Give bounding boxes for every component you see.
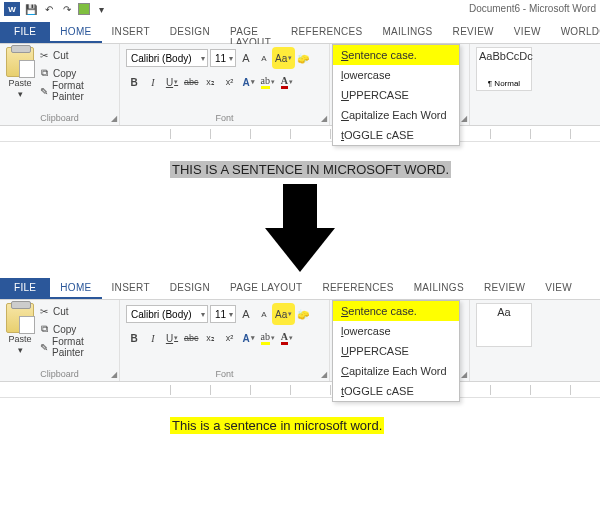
scissors-icon: ✂: [38, 305, 50, 317]
document-area[interactable]: This is a sentence in microsoft word.: [0, 398, 600, 448]
clipboard-launcher-icon[interactable]: ◢: [111, 370, 117, 379]
menu-capitalize-each-word[interactable]: Capitalize Each Word: [333, 105, 459, 125]
menu-uppercase[interactable]: UPPERCASE: [333, 85, 459, 105]
copy-icon: ⧉: [38, 323, 50, 335]
paste-icon[interactable]: [6, 47, 34, 77]
tab-view[interactable]: VIEW: [504, 22, 551, 43]
word-icon: W: [4, 2, 20, 16]
superscript-button[interactable]: x²: [222, 73, 238, 91]
text-effects-button[interactable]: A: [241, 73, 257, 91]
change-case-button[interactable]: Aa: [274, 49, 293, 67]
font-name-combo[interactable]: Calibri (Body): [126, 305, 208, 323]
tab-review[interactable]: REVIEW: [474, 278, 535, 299]
copy-button[interactable]: ⧉Copy: [38, 321, 113, 337]
tab-design[interactable]: DESIGN: [160, 278, 220, 299]
style-normal[interactable]: Aa: [476, 303, 532, 347]
tab-references[interactable]: REFERENCES: [312, 278, 403, 299]
redo-icon[interactable]: ↷: [60, 2, 74, 16]
font-launcher-icon[interactable]: ◢: [321, 114, 327, 123]
highlight-color-button[interactable]: ab: [260, 73, 276, 91]
tab-mailings[interactable]: MAILINGS: [404, 278, 474, 299]
color-swatch-icon[interactable]: [78, 3, 90, 15]
grow-font-button[interactable]: A: [238, 305, 254, 323]
scissors-icon: ✂: [38, 49, 50, 61]
tab-home[interactable]: HOME: [50, 22, 101, 43]
style-normal[interactable]: AaBbCcDc ¶ Normal: [476, 47, 532, 91]
cut-label: Cut: [53, 306, 69, 317]
font-size-combo[interactable]: 11: [210, 305, 236, 323]
shrink-font-button[interactable]: A: [256, 305, 272, 323]
paste-icon[interactable]: [6, 303, 34, 333]
menu-toggle-case[interactable]: tOGGLE cASE: [333, 381, 459, 401]
tab-file[interactable]: FILE: [0, 22, 50, 43]
tab-worldox[interactable]: WORLDOX: [551, 22, 600, 43]
menu-toggle-case[interactable]: tOGGLE cASE: [333, 125, 459, 145]
underline-button[interactable]: U: [164, 73, 180, 91]
tab-view[interactable]: VIEW: [535, 278, 582, 299]
font-launcher-icon[interactable]: ◢: [321, 370, 327, 379]
font-color-button[interactable]: A: [279, 73, 295, 91]
bold-button[interactable]: B: [126, 329, 142, 347]
ruler[interactable]: [0, 126, 600, 142]
font-name-combo[interactable]: Calibri (Body): [126, 49, 208, 67]
italic-button[interactable]: I: [145, 73, 161, 91]
grow-font-button[interactable]: A: [238, 49, 254, 67]
copy-icon: ⧉: [38, 67, 50, 79]
subscript-button[interactable]: x₂: [203, 329, 219, 347]
tab-design[interactable]: DESIGN: [160, 22, 220, 43]
bold-button[interactable]: B: [126, 73, 142, 91]
ribbon: Paste ▾ ✂Cut ⧉Copy ✎Format Painter Clipb…: [0, 300, 600, 382]
document-text-before[interactable]: THIS IS A SENTENCE IN MICROSOFT WORD.: [170, 161, 451, 178]
font-size-combo[interactable]: 11: [210, 49, 236, 67]
paste-label[interactable]: Paste: [8, 78, 31, 88]
tab-mailings[interactable]: MAILINGS: [372, 22, 442, 43]
tab-file[interactable]: FILE: [0, 278, 50, 299]
tab-page-layout[interactable]: PAGE LAYOUT: [220, 278, 312, 299]
undo-icon[interactable]: ↶: [42, 2, 56, 16]
paragraph-launcher-icon[interactable]: ◢: [461, 370, 467, 379]
qat-more-icon[interactable]: ▾: [94, 2, 108, 16]
text-effects-button[interactable]: A: [241, 329, 257, 347]
group-label-clipboard: Clipboard: [6, 367, 113, 379]
clear-formatting-button[interactable]: 🧽: [295, 305, 311, 323]
subscript-button[interactable]: x₂: [203, 73, 219, 91]
menu-sentence-case[interactable]: Sentence case.: [333, 45, 459, 65]
tab-insert[interactable]: INSERT: [102, 22, 160, 43]
menu-lowercase[interactable]: lowercase: [333, 321, 459, 341]
font-color-button[interactable]: A: [279, 329, 295, 347]
format-painter-button[interactable]: ✎Format Painter: [38, 339, 113, 355]
tab-review[interactable]: REVIEW: [443, 22, 504, 43]
tab-references[interactable]: REFERENCES: [281, 22, 372, 43]
change-case-button[interactable]: Aa: [274, 305, 293, 323]
menu-uppercase[interactable]: UPPERCASE: [333, 341, 459, 361]
highlight-color-button[interactable]: ab: [260, 329, 276, 347]
group-label-font: Font: [126, 111, 323, 123]
menu-sentence-case[interactable]: Sentence case.: [333, 301, 459, 321]
paragraph-launcher-icon[interactable]: ◢: [461, 114, 467, 123]
menu-capitalize-each-word[interactable]: Capitalize Each Word: [333, 361, 459, 381]
paste-label[interactable]: Paste: [8, 334, 31, 344]
underline-button[interactable]: U: [164, 329, 180, 347]
tab-home[interactable]: HOME: [50, 278, 101, 299]
document-text-after[interactable]: This is a sentence in microsoft word.: [170, 417, 384, 434]
tab-insert[interactable]: INSERT: [102, 278, 160, 299]
strikethrough-button[interactable]: abc: [183, 329, 200, 347]
italic-button[interactable]: I: [145, 329, 161, 347]
menu-lowercase[interactable]: lowercase: [333, 65, 459, 85]
cut-button[interactable]: ✂Cut: [38, 303, 113, 319]
format-painter-label: Format Painter: [52, 336, 113, 358]
paste-more-icon[interactable]: ▾: [18, 345, 23, 355]
clear-formatting-button[interactable]: 🧽: [295, 49, 311, 67]
format-painter-button[interactable]: ✎Format Painter: [38, 83, 113, 99]
superscript-button[interactable]: x²: [222, 329, 238, 347]
paste-more-icon[interactable]: ▾: [18, 89, 23, 99]
cut-button[interactable]: ✂Cut: [38, 47, 113, 63]
strikethrough-button[interactable]: abc: [183, 73, 200, 91]
save-icon[interactable]: 💾: [24, 2, 38, 16]
clipboard-launcher-icon[interactable]: ◢: [111, 114, 117, 123]
shrink-font-button[interactable]: A: [256, 49, 272, 67]
copy-button[interactable]: ⧉Copy: [38, 65, 113, 81]
ruler[interactable]: [0, 382, 600, 398]
style-name: ¶ Normal: [479, 79, 529, 88]
tab-page-layout[interactable]: PAGE LAYOUT: [220, 22, 281, 43]
